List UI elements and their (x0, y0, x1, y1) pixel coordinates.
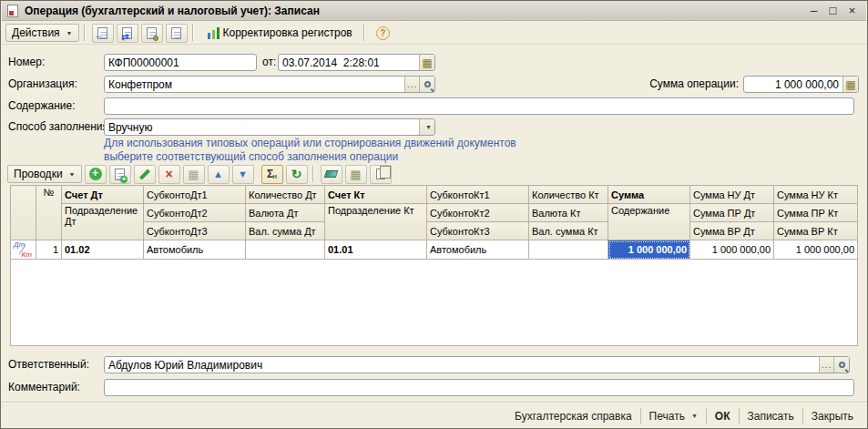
col-podrazdelenie-dt[interactable]: Подразделение Дт (62, 204, 144, 240)
col-kolichestvo-kt[interactable]: Количество Кт (529, 186, 608, 204)
posting-row[interactable]: Дт Кт 1 01.02 Автомобиль 01.01 Автомобил… (11, 240, 858, 260)
col-schet-dt[interactable]: Счет Дт (62, 186, 144, 204)
col-schet-kt[interactable]: Счет Кт (325, 186, 427, 204)
col-summa-vr-dt[interactable]: Сумма ВР Дт (690, 222, 774, 240)
organization-field-wrap: ... (104, 76, 435, 93)
operation-sum-input[interactable] (744, 77, 842, 92)
refresh-button[interactable]: ↻ (286, 165, 308, 184)
comment-input[interactable] (105, 380, 853, 395)
minimize-icon[interactable]: – (807, 4, 821, 18)
col-subkonto-kt2[interactable]: СубконтоКт2 (427, 204, 529, 222)
cell-summa-selected[interactable]: 1 000 000,00 (608, 240, 690, 260)
content-input[interactable] (105, 98, 853, 114)
close-button[interactable]: Закрыть (802, 408, 862, 424)
col-summa-vr-kt[interactable]: Сумма ВР Кт (774, 222, 858, 240)
organization-ellipsis-button[interactable]: ... (404, 77, 419, 92)
cell-summa-nu-dt[interactable]: 1 000 000,00 (690, 240, 774, 260)
delete-icon: × (165, 168, 172, 180)
fill-method-label: Способ заполнения: (8, 118, 111, 136)
empty-table-filler[interactable] (11, 260, 858, 346)
close-icon[interactable]: × (845, 4, 859, 18)
document-settings-button[interactable] (141, 24, 163, 43)
end-edit-button[interactable]: ▦ (183, 165, 205, 184)
operation-sum-field-wrap: ▦ (743, 76, 859, 93)
move-row-up-button[interactable]: ▲ (208, 165, 230, 184)
col-val-summa-kt[interactable]: Вал. сумма Кт (529, 222, 608, 240)
arrow-down-icon: ▼ (238, 169, 248, 179)
col-subkonto-kt3[interactable]: СубконтоКт3 (427, 222, 529, 240)
cell-num[interactable]: 1 (36, 240, 62, 260)
postings-table[interactable]: № Счет Дт СубконтоДт1 Количество Дт Счет… (10, 185, 858, 346)
col-summa-nu-kt[interactable]: Сумма НУ Кт (774, 186, 858, 204)
col-subkonto-kt1[interactable]: СубконтоКт1 (427, 186, 529, 204)
edit-row-button[interactable] (134, 165, 156, 184)
print-menu-button[interactable]: Печать ▼ (640, 408, 706, 424)
save-button[interactable]: Записать (739, 408, 802, 424)
add-row-button[interactable]: + (85, 165, 107, 184)
chevron-down-icon: ▼ (69, 171, 76, 178)
dt-label: Дт (14, 240, 25, 249)
swap-arrows-icon: ⇄ (121, 33, 128, 41)
fill-method-hint-line1: Для использования типовых операций или с… (104, 137, 516, 149)
col-summa[interactable]: Сумма (608, 186, 690, 204)
ok-button[interactable]: ОК (706, 408, 739, 424)
col-summa-pr-dt[interactable]: Сумма ПР Дт (690, 204, 774, 222)
delete-row-button[interactable]: × (158, 165, 180, 184)
date-input[interactable] (279, 55, 419, 70)
adjust-registers-button[interactable]: Корректировка регистров (201, 24, 359, 42)
post-document-button[interactable]: ← (92, 24, 114, 43)
number-input[interactable] (105, 55, 256, 70)
date-field-wrap: ▦ (278, 54, 435, 71)
calculator-button[interactable]: ▦ (842, 77, 858, 92)
output-list-button[interactable]: ▦ (345, 165, 367, 184)
col-valyuta-kt[interactable]: Валюта Кт (529, 204, 608, 222)
col-summa-nu-dt[interactable]: Сумма НУ Дт (690, 186, 774, 204)
col-podrazdelenie-kt[interactable]: Подразделение Кт (325, 204, 427, 240)
toolbar-separator (312, 166, 313, 182)
fill-method-select[interactable]: ▼ (104, 118, 435, 136)
fill-method-dropdown-button[interactable]: ▼ (419, 119, 434, 135)
cell-summa-nu-kt[interactable]: 1 000 000,00 (774, 240, 858, 260)
operation-document-window: Операция (бухгалтерский и налоговый учет… (0, 0, 868, 429)
responsible-input[interactable] (105, 357, 819, 373)
main-toolbar: Действия ▼ ← ⇄ Корректировка регистров ? (2, 22, 866, 45)
empty-table-area[interactable] (11, 260, 858, 346)
col-subkonto-dt3[interactable]: СубконтоДт3 (144, 222, 246, 240)
sort-button[interactable] (321, 165, 342, 184)
maximize-icon[interactable]: □ (826, 4, 840, 18)
postings-menu-button[interactable]: Проводки ▼ (7, 165, 82, 183)
cell-kolichestvo-dt[interactable] (246, 240, 325, 260)
document-journal-button[interactable] (166, 24, 188, 43)
cell-schet-kt[interactable]: 01.01 (325, 240, 427, 260)
col-soderzhanie[interactable]: Содержание (608, 204, 690, 240)
responsible-ellipsis-button[interactable]: ... (819, 357, 833, 373)
col-kolichestvo-dt[interactable]: Количество Дт (246, 186, 325, 204)
comment-field-wrap (104, 379, 854, 396)
tax-accounting-sums-toggle[interactable]: Σн (261, 165, 283, 184)
responsible-label: Ответственный: (8, 356, 89, 373)
col-subkonto-dt1[interactable]: СубконтоДт1 (144, 186, 246, 204)
cell-kolichestvo-kt[interactable] (529, 240, 608, 260)
col-val-summa-dt[interactable]: Вал. сумма Дт (246, 222, 325, 240)
col-subkonto-dt2[interactable]: СубконтоДт2 (144, 204, 246, 222)
toolbar-separator (192, 25, 193, 41)
actions-menu-button[interactable]: Действия ▼ (5, 24, 79, 42)
col-valyuta-dt[interactable]: Валюта Дт (246, 204, 325, 222)
organization-input[interactable] (105, 77, 404, 92)
responsible-lookup-button[interactable] (833, 357, 849, 373)
copy-row-button[interactable]: + (109, 165, 131, 184)
repost-document-button[interactable]: ⇄ (117, 24, 138, 43)
calendar-button[interactable]: ▦ (419, 55, 434, 70)
cell-schet-dt[interactable]: 01.02 (62, 240, 144, 260)
move-row-down-button[interactable]: ▼ (232, 165, 254, 184)
accounting-note-button[interactable]: Бухгалтерская справка (506, 408, 640, 424)
organization-lookup-button[interactable] (419, 77, 434, 92)
print-label: Печать (649, 410, 685, 423)
copy-list-button[interactable] (370, 165, 392, 184)
help-icon[interactable]: ? (376, 26, 390, 40)
cell-subkonto-kt1[interactable]: Автомобиль (427, 240, 529, 260)
cell-subkonto-dt1[interactable]: Автомобиль (144, 240, 246, 260)
col-summa-pr-kt[interactable]: Сумма ПР Кт (774, 204, 858, 222)
fill-method-value[interactable] (105, 119, 419, 135)
col-num[interactable]: № (36, 186, 62, 240)
